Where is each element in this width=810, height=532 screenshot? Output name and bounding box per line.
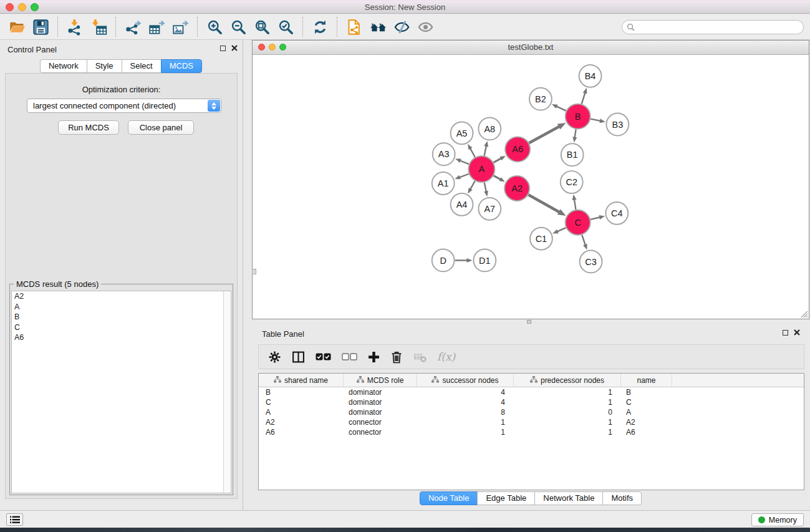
graph-node-C1[interactable]: C1 bbox=[530, 228, 552, 250]
refresh-icon[interactable] bbox=[308, 16, 332, 38]
search-input[interactable] bbox=[635, 21, 803, 32]
table-row[interactable]: Cdominator41C bbox=[259, 397, 804, 407]
graph-node-B3[interactable]: B3 bbox=[606, 114, 629, 136]
network-graph[interactable]: AA1A2A3A4A5A6A7A8BB1B2B3B4CC1C2C3C4DD1 bbox=[253, 56, 809, 319]
tab-mcds[interactable]: MCDS bbox=[161, 59, 202, 73]
result-item[interactable]: A2 bbox=[12, 291, 231, 302]
column-header-mcds-role[interactable]: MCDS role bbox=[344, 374, 417, 387]
import-table-icon[interactable] bbox=[87, 16, 110, 38]
add-column-icon[interactable] bbox=[368, 351, 380, 363]
graph-node-A8[interactable]: A8 bbox=[478, 118, 501, 140]
memory-button[interactable]: Memory bbox=[751, 513, 804, 526]
graph-node-A3[interactable]: A3 bbox=[433, 143, 455, 165]
column-header-shared-name[interactable]: shared name bbox=[259, 374, 344, 387]
graph-node-B4[interactable]: B4 bbox=[579, 65, 602, 87]
run-mcds-button[interactable]: Run MCDS bbox=[58, 120, 119, 135]
graph-edge-A-A8[interactable] bbox=[485, 145, 486, 156]
search-field[interactable] bbox=[622, 20, 804, 34]
minimize-network-window-button[interactable] bbox=[269, 44, 276, 51]
graph-node-A2[interactable]: A2 bbox=[504, 176, 529, 201]
tab-node-table[interactable]: Node Table bbox=[420, 491, 478, 505]
network-canvas[interactable]: AA1A2A3A4A5A6A7A8BB1B2B3B4CC1C2C3C4DD1 bbox=[253, 56, 809, 319]
graph-node-B2[interactable]: B2 bbox=[529, 88, 552, 110]
table-row[interactable]: Adominator80A bbox=[259, 407, 804, 417]
tab-select[interactable]: Select bbox=[122, 59, 162, 73]
zoom-window-button[interactable] bbox=[31, 3, 39, 11]
deselect-all-icon[interactable] bbox=[342, 352, 357, 361]
column-header-predecessor-nodes[interactable]: predecessor nodes bbox=[514, 374, 621, 387]
graph-edge-A-A5[interactable] bbox=[470, 148, 475, 157]
close-panel-icon[interactable] bbox=[794, 329, 800, 336]
graph-edge-B-B3[interactable] bbox=[591, 119, 601, 121]
export-network-icon[interactable] bbox=[121, 16, 145, 38]
show-eye-icon[interactable] bbox=[413, 16, 437, 38]
graph-edge-B-B4[interactable] bbox=[582, 92, 586, 104]
column-header-successor-nodes[interactable]: successor nodes bbox=[417, 374, 514, 387]
open-session-icon[interactable] bbox=[5, 16, 29, 38]
graph-edge-A2-C[interactable] bbox=[528, 195, 561, 213]
delete-icon[interactable] bbox=[390, 351, 403, 364]
close-panel-icon[interactable] bbox=[231, 45, 238, 51]
graph-edge-A6-B[interactable] bbox=[529, 126, 560, 143]
column-pane-icon[interactable] bbox=[292, 351, 305, 364]
graph-node-C4[interactable]: C4 bbox=[605, 202, 628, 225]
float-panel-icon[interactable] bbox=[783, 330, 788, 336]
graph-node-A[interactable]: A bbox=[468, 156, 494, 182]
tab-network-table[interactable]: Network Table bbox=[534, 491, 603, 505]
graph-edge-C-C3[interactable] bbox=[582, 235, 586, 246]
graph-node-A4[interactable]: A4 bbox=[451, 193, 473, 216]
graph-node-D[interactable]: D bbox=[432, 249, 455, 272]
minimize-window-button[interactable] bbox=[18, 3, 26, 11]
criterion-dropdown[interactable]: largest connected component (directed) bbox=[27, 99, 221, 113]
resize-grip-icon[interactable] bbox=[800, 310, 808, 318]
result-item[interactable]: B bbox=[12, 312, 231, 322]
graph-node-C2[interactable]: C2 bbox=[561, 171, 583, 193]
task-history-button[interactable] bbox=[6, 513, 23, 526]
close-panel-button[interactable]: Close panel bbox=[128, 120, 194, 135]
close-network-window-button[interactable] bbox=[258, 44, 265, 51]
import-network-icon[interactable] bbox=[63, 16, 87, 38]
graph-node-A1[interactable]: A1 bbox=[432, 172, 455, 195]
table-row[interactable]: A2connector11A2 bbox=[259, 417, 804, 427]
graph-edge-A-A6[interactable] bbox=[494, 158, 503, 162]
gear-icon[interactable] bbox=[268, 351, 281, 364]
graph-node-B[interactable]: B bbox=[566, 104, 591, 129]
zoom-in-icon[interactable] bbox=[203, 16, 226, 38]
graph-node-A7[interactable]: A7 bbox=[478, 198, 501, 220]
network-from-file-icon[interactable] bbox=[342, 16, 366, 38]
hide-glasses-icon[interactable] bbox=[390, 16, 413, 38]
graph-node-D1[interactable]: D1 bbox=[473, 249, 496, 272]
result-item[interactable]: C bbox=[12, 322, 231, 333]
tab-edge-table[interactable]: Edge Table bbox=[477, 491, 535, 505]
graph-edge-C-C2[interactable] bbox=[574, 198, 576, 210]
graph-edge-A-A4[interactable] bbox=[470, 181, 475, 190]
graph-edge-C-C1[interactable] bbox=[556, 228, 566, 232]
zoom-out-icon[interactable] bbox=[226, 16, 250, 38]
graph-edge-B-B2[interactable] bbox=[556, 106, 566, 111]
table-row[interactable]: Bdominator41B bbox=[259, 387, 804, 397]
close-window-button[interactable] bbox=[6, 3, 14, 11]
graph-edge-A-A3[interactable] bbox=[459, 160, 469, 164]
graph-edge-A-A1[interactable] bbox=[459, 174, 469, 178]
select-all-icon[interactable] bbox=[316, 352, 331, 361]
zoom-network-window-button[interactable] bbox=[279, 44, 286, 51]
mcds-result-list[interactable]: A2ABCA6 bbox=[11, 291, 231, 493]
graph-node-C[interactable]: C bbox=[566, 210, 591, 235]
tab-motifs[interactable]: Motifs bbox=[602, 491, 642, 505]
scrollbar[interactable] bbox=[223, 291, 231, 493]
tab-style[interactable]: Style bbox=[87, 59, 122, 73]
export-image-icon[interactable] bbox=[168, 16, 192, 38]
export-table-icon[interactable] bbox=[145, 16, 168, 38]
table-row[interactable]: A6connector11A6 bbox=[259, 427, 804, 437]
float-panel-icon[interactable] bbox=[220, 46, 226, 51]
column-header-name[interactable]: name bbox=[621, 374, 672, 387]
graph-node-A6[interactable]: A6 bbox=[505, 137, 530, 162]
network-window-titlebar[interactable]: testGlobe.txt bbox=[253, 41, 809, 55]
result-item[interactable]: A6 bbox=[12, 332, 231, 343]
graph-node-A5[interactable]: A5 bbox=[451, 122, 473, 144]
node-table[interactable]: shared nameMCDS rolesuccessor nodesprede… bbox=[258, 373, 804, 490]
home-icon[interactable] bbox=[366, 16, 390, 38]
save-session-icon[interactable] bbox=[29, 16, 52, 38]
result-item[interactable]: A bbox=[12, 302, 231, 312]
zoom-selected-icon[interactable] bbox=[274, 16, 297, 38]
